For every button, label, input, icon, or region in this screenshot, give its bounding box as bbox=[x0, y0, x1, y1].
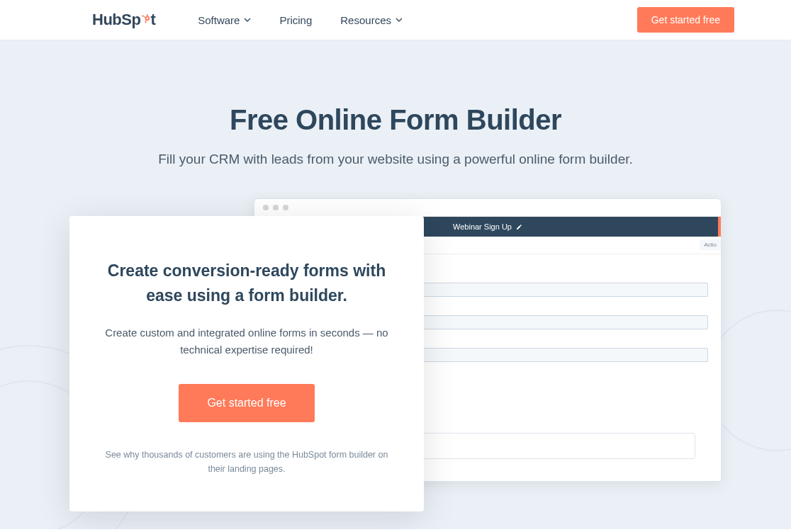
svg-point-0 bbox=[146, 17, 150, 21]
logo-hub: Hub bbox=[92, 11, 121, 28]
card-description: Create custom and integrated online form… bbox=[105, 324, 388, 358]
logo[interactable]: HubSpt bbox=[92, 11, 155, 29]
chevron-down-icon bbox=[396, 18, 403, 22]
hero-subtitle: Fill your CRM with leads from your websi… bbox=[119, 149, 672, 170]
nav-software[interactable]: Software bbox=[198, 14, 251, 26]
nav-resources[interactable]: Resources bbox=[340, 14, 403, 26]
tab-actions[interactable]: Actio bbox=[700, 239, 721, 250]
hero-section: Free Online Form Builder Fill your CRM w… bbox=[0, 40, 791, 529]
pencil-icon bbox=[516, 224, 522, 230]
nav-pricing[interactable]: Pricing bbox=[279, 14, 312, 26]
logo-spot: Sp bbox=[121, 11, 140, 28]
app-title: Webinar Sign Up bbox=[453, 222, 512, 231]
card-cta-button[interactable]: Get started free bbox=[179, 384, 314, 422]
header-cta-button[interactable]: Get started free bbox=[637, 7, 734, 33]
logo-spot2: t bbox=[150, 11, 155, 28]
main-nav: Software Pricing Resources bbox=[198, 14, 403, 26]
card-footnote: See why thousands of customers are using… bbox=[105, 448, 388, 476]
chevron-down-icon bbox=[244, 18, 251, 22]
promo-card: Create conversion-ready forms with ease … bbox=[69, 216, 424, 511]
svg-line-6 bbox=[146, 20, 147, 21]
browser-traffic-lights bbox=[254, 199, 721, 217]
hero-title: Free Online Form Builder bbox=[119, 104, 672, 136]
hubspot-sprocket-icon bbox=[140, 9, 150, 28]
card-title: Create conversion-ready forms with ease … bbox=[105, 259, 388, 307]
svg-point-2 bbox=[142, 15, 144, 16]
svg-point-3 bbox=[145, 21, 147, 23]
site-header: HubSpt Software Pricing Resources Get st… bbox=[0, 0, 791, 40]
svg-point-1 bbox=[147, 14, 148, 16]
